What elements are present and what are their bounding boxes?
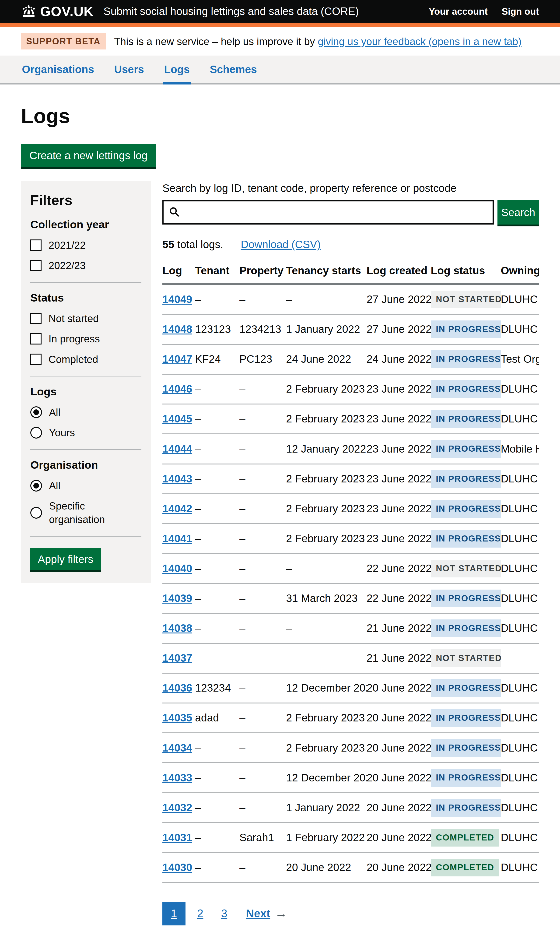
cell-tenancy-starts: –	[286, 614, 366, 643]
cell-owning-organisation: DLUHC	[501, 524, 539, 554]
log-id-link[interactable]: 14043	[162, 473, 192, 485]
log-id-link[interactable]: 14035	[162, 712, 192, 724]
log-id-link[interactable]: 14041	[162, 533, 192, 545]
log-id-link[interactable]: 14033	[162, 772, 192, 784]
cell-property: –	[240, 524, 286, 554]
total-logs-suffix: total logs.	[174, 238, 223, 250]
pagination-page-1[interactable]: 1	[162, 902, 186, 925]
log-id-link[interactable]: 14045	[162, 413, 192, 425]
log-id-link[interactable]: 14039	[162, 592, 192, 604]
divider	[31, 536, 141, 537]
cell-tenancy-starts: –	[286, 554, 366, 583]
tab-users[interactable]: Users	[113, 55, 145, 84]
tab-schemes[interactable]: Schemes	[209, 55, 258, 84]
checkbox-not-started[interactable]: Not started	[31, 312, 141, 325]
log-id-link[interactable]: 14030	[162, 861, 192, 873]
cell-tenant: –	[195, 284, 240, 314]
log-id-link[interactable]: 14032	[162, 801, 192, 814]
cell-log-created: 23 June 2022	[366, 464, 431, 494]
feedback-link[interactable]: giving us your feedback (opens in a new …	[318, 36, 522, 47]
cell-property: –	[240, 793, 286, 823]
cell-tenancy-starts: 1 February 2022	[286, 823, 366, 853]
log-id-link[interactable]: 14046	[162, 383, 192, 395]
status-badge: COMPLETED	[431, 829, 499, 847]
filter-groups: Collection year2021/222022/23StatusNot s…	[31, 217, 141, 537]
log-id-link[interactable]: 14047	[162, 353, 192, 365]
cell-tenant: –	[195, 554, 240, 583]
option-label: 2022/23	[49, 259, 85, 272]
radio-all[interactable]: All	[31, 406, 141, 419]
log-id-link[interactable]: 14048	[162, 323, 192, 335]
checkbox-control[interactable]	[31, 240, 41, 251]
checkbox-in-progress[interactable]: In progress	[31, 332, 141, 345]
status-badge: IN PROGRESS	[431, 589, 501, 607]
radio-control[interactable]	[31, 406, 42, 418]
radio-specific-organisation[interactable]: Specific organisation	[31, 499, 141, 526]
your-account-link[interactable]: Your account	[429, 5, 488, 17]
cell-tenancy-starts: 2 February 2023	[286, 524, 366, 554]
cell-property: –	[240, 643, 286, 673]
cell-owning-organisation: DLUHC Test	[501, 703, 539, 733]
radio-control[interactable]	[31, 427, 42, 438]
radio-control[interactable]	[31, 480, 42, 491]
checkbox-control[interactable]	[31, 333, 41, 345]
status-badge: IN PROGRESS	[431, 679, 501, 697]
sign-out-link[interactable]: Sign out	[502, 5, 539, 17]
logs-section: Search by log ID, tenant code, property …	[162, 182, 539, 928]
log-id-link[interactable]: 14036	[162, 682, 192, 694]
logs-table: Log Tenant Property Tenancy starts Log c…	[162, 259, 539, 883]
checkbox-control[interactable]	[31, 354, 41, 365]
table-header-row: Log Tenant Property Tenancy starts Log c…	[162, 259, 539, 284]
cell-owning-organisation: DLUHC Test	[501, 464, 539, 494]
cell-tenant: –	[195, 374, 240, 404]
table-row: 14042––2 February 202323 June 2022IN PRO…	[162, 494, 539, 524]
table-row: 14049–––27 June 2022NOT STARTEDDLUHC	[162, 284, 539, 314]
cell-log-created: 20 June 2022	[366, 823, 431, 853]
log-id-link[interactable]: 14038	[162, 622, 192, 634]
cell-property: –	[240, 853, 286, 882]
log-id-link[interactable]: 14042	[162, 502, 192, 514]
cell-tenancy-starts: 2 February 2023	[286, 374, 366, 404]
search-input[interactable]	[162, 200, 494, 224]
log-id-link[interactable]: 14044	[162, 443, 192, 455]
checkbox-2022-23[interactable]: 2022/23	[31, 259, 141, 272]
table-row: 14034––2 February 202320 June 2022IN PRO…	[162, 733, 539, 763]
pagination-page-2[interactable]: 2	[191, 902, 209, 925]
apply-filters-button[interactable]: Apply filters	[31, 548, 101, 570]
cell-tenancy-starts: 24 June 2022	[286, 344, 366, 374]
checkbox-control[interactable]	[31, 260, 41, 271]
cell-owning-organisation	[501, 643, 539, 673]
download-csv-link[interactable]: Download (CSV)	[241, 238, 321, 250]
log-id-link[interactable]: 14049	[162, 293, 192, 305]
cell-log-created: 24 June 2022	[366, 344, 431, 374]
filter-group: LogsAllYours	[31, 385, 141, 439]
pagination-next-link[interactable]: Next	[246, 906, 270, 921]
radio-control[interactable]	[31, 507, 42, 519]
filter-group: StatusNot startedIn progressCompleted	[31, 291, 141, 366]
checkbox-completed[interactable]: Completed	[31, 353, 141, 366]
govuk-logo-text: GOV.UK	[40, 3, 93, 20]
radio-yours[interactable]: Yours	[31, 426, 141, 439]
tab-logs[interactable]: Logs	[163, 55, 191, 84]
status-badge: NOT STARTED	[431, 649, 501, 667]
option-label: Completed	[49, 353, 98, 366]
create-lettings-log-button[interactable]: Create a new lettings log	[21, 144, 156, 167]
table-row: 14039––31 March 202322 June 2022IN PROGR…	[162, 583, 539, 614]
support-beta-tag: SUPPORT BETA	[21, 34, 106, 49]
checkbox-2021-22[interactable]: 2021/22	[31, 238, 141, 252]
search-button[interactable]: Search	[497, 200, 539, 224]
cell-owning-organisation: DLUHC	[501, 284, 539, 314]
radio-all[interactable]: All	[31, 479, 141, 492]
govuk-home-link[interactable]: GOV.UK	[21, 3, 93, 20]
tab-organisations[interactable]: Organisations	[21, 55, 95, 84]
cell-owning-organisation: DLUHC Test	[501, 404, 539, 434]
status-badge: IN PROGRESS	[431, 799, 501, 817]
cell-tenancy-starts: 2 February 2023	[286, 404, 366, 434]
log-id-link[interactable]: 14034	[162, 742, 192, 754]
cell-tenancy-starts: 1 January 2022	[286, 793, 366, 823]
log-id-link[interactable]: 14040	[162, 562, 192, 574]
log-id-link[interactable]: 14031	[162, 831, 192, 844]
checkbox-control[interactable]	[31, 313, 41, 324]
pagination-page-3[interactable]: 3	[215, 902, 233, 925]
log-id-link[interactable]: 14037	[162, 652, 192, 664]
